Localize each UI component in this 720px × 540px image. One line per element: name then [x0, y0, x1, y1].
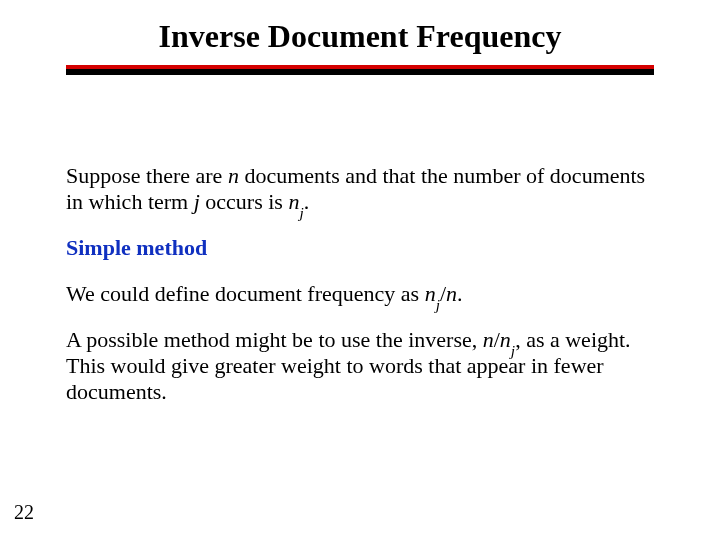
var-n: n	[446, 281, 457, 306]
var-nj-j: j	[511, 342, 515, 359]
var-nj-j: j	[436, 296, 440, 313]
paragraph-simple: We could define document frequency as nj…	[66, 281, 654, 307]
title-rule	[66, 65, 654, 75]
var-nj-n: n	[500, 327, 511, 352]
var-nj-n: n	[288, 189, 299, 214]
text: A possible method might be to use the in…	[66, 327, 483, 352]
method-label: Simple method	[66, 235, 654, 261]
slide: Inverse Document Frequency Suppose there…	[0, 0, 720, 540]
var-nj-n: n	[425, 281, 436, 306]
var-n: n	[228, 163, 239, 188]
text: .	[304, 189, 310, 214]
var-n: n	[483, 327, 494, 352]
slide-title: Inverse Document Frequency	[66, 18, 654, 55]
rule-black	[66, 69, 654, 75]
text: occurs is	[200, 189, 289, 214]
text: Suppose there are	[66, 163, 228, 188]
slide-body: Suppose there are n documents and that t…	[66, 163, 654, 405]
paragraph-intro: Suppose there are n documents and that t…	[66, 163, 654, 215]
var-nj-j: j	[299, 204, 303, 221]
paragraph-inverse: A possible method might be to use the in…	[66, 327, 654, 405]
page-number: 22	[14, 501, 34, 524]
text: .	[457, 281, 463, 306]
text: We could define document frequency as	[66, 281, 425, 306]
